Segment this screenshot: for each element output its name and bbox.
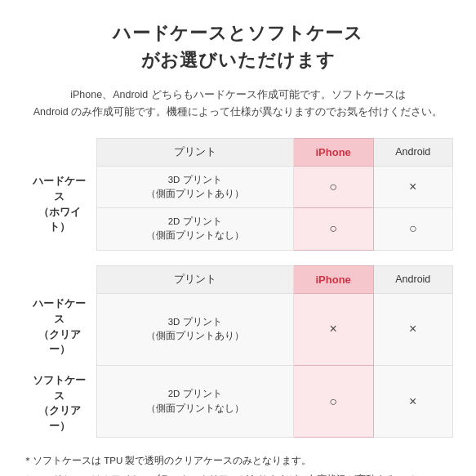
table2-row2-android: ×: [373, 365, 452, 437]
table1-col-print: プリント: [96, 138, 293, 166]
table1-col-android: Android: [373, 138, 452, 166]
table1-row-header: ハードケース（ホワイト）: [23, 166, 96, 250]
table1-row2-android: ○: [373, 208, 452, 251]
note-1: ＊ソフトケースは TPU 製で透明のクリアケースのみとなります。: [23, 452, 453, 469]
table2-row2-iphone: ○: [293, 365, 373, 437]
table1-row1-iphone: ○: [293, 166, 373, 208]
table1-row2-print: 2D プリント（側面プリントなし）: [96, 208, 293, 251]
description-text: iPhone、Android どちらもハードケース作成可能です。ソフトケースは …: [23, 87, 453, 122]
table2-row-header: ハードケース（クリアー）ソフトケース（クリアー）: [23, 293, 96, 438]
title-line1: ハードケースとソフトケース: [113, 23, 363, 43]
table-2: プリント iPhone Android ハードケース（クリアー）ソフトケース（ク…: [23, 265, 453, 438]
table2-row2-print: 2D プリント（側面プリントなし）: [96, 365, 293, 437]
title-line2: がお選びいただけます: [141, 50, 336, 70]
table2-row1-iphone: ×: [293, 293, 373, 365]
notes-section: ＊ソフトケースは TPU 製で透明のクリアケースのみとなります。 ＊ハードケース…: [23, 452, 453, 476]
table1-row1-print: 3D プリント（側面プリントあり）: [96, 166, 293, 208]
table2-row1-android: ×: [373, 293, 452, 365]
table2-row1-print: 3D プリント（側面プリントあり）: [96, 293, 293, 365]
table1-row2-iphone: ○: [293, 208, 373, 251]
table2-col-android: Android: [373, 265, 452, 293]
table-section-2: プリント iPhone Android ハードケース（クリアー）ソフトケース（ク…: [23, 265, 453, 438]
table-section-1: プリント iPhone Android ハードケース（ホワイト） 3D プリント…: [23, 138, 453, 251]
table1-row1-android: ×: [373, 166, 452, 208]
page-title: ハードケースとソフトケース がお選びいただけます: [23, 20, 453, 73]
table2-col-iphone: iPhone: [293, 265, 373, 293]
table1-col-iphone: iPhone: [293, 138, 373, 166]
table-1: プリント iPhone Android ハードケース（ホワイト） 3D プリント…: [23, 138, 453, 251]
table2-col-print: プリント: [96, 265, 293, 293]
note-2: ＊ハードケースはホワイト、ブラック、クリアーがありますが、在庫状況が変動するので…: [23, 471, 453, 476]
